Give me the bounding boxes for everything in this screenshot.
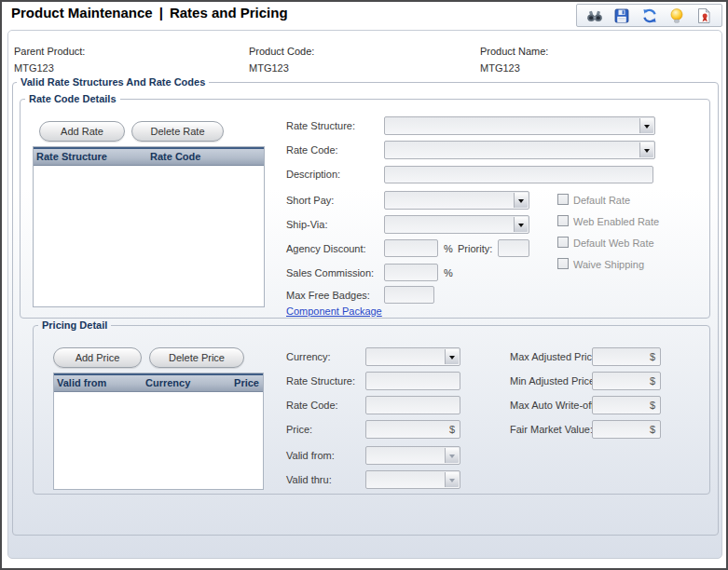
rate-structure-select[interactable]: [384, 116, 655, 135]
page-title-screen: Rates and Pricing: [170, 5, 288, 20]
currency-label: Currency:: [286, 351, 331, 362]
web-enabled-rate-checkbox-label: Web Enabled Rate: [573, 216, 659, 227]
parent-product-value: MTG123: [14, 62, 54, 74]
default-rate-checkbox-label: Default Rate: [573, 195, 630, 206]
max-adjusted-price-label: Max Adjusted Price:: [510, 351, 600, 362]
fair-market-value-input[interactable]: $: [592, 420, 661, 439]
pricing-rate-code-input[interactable]: [365, 396, 460, 414]
rate-code-label: Rate Code:: [286, 144, 338, 156]
price-input[interactable]: $: [365, 420, 460, 439]
pdf-export-icon[interactable]: [695, 7, 712, 24]
sales-commission-input[interactable]: [384, 264, 438, 281]
priority-input[interactable]: [498, 239, 529, 257]
rate-structure-label: Rate Structure:: [286, 120, 355, 131]
rate-codes-table-header: Rate Structure Rate Code: [34, 147, 264, 166]
delete-price-button[interactable]: Delete Price: [149, 347, 244, 368]
prices-table-body[interactable]: [54, 392, 263, 487]
min-adjusted-price-input[interactable]: $: [592, 372, 661, 390]
valid-thru-label: Valid thru:: [286, 474, 332, 485]
ship-via-select[interactable]: [384, 215, 529, 234]
default-web-rate-checkbox[interactable]: [557, 237, 569, 248]
product-code-value: MTG123: [249, 62, 289, 74]
agency-discount-percent-suffix: %: [444, 243, 453, 254]
default-rate-checkbox[interactable]: [557, 194, 569, 205]
binoculars-icon[interactable]: [586, 7, 603, 24]
max-auto-writeoff-dollar-suffix: $: [650, 400, 655, 411]
chevron-down-icon: [445, 472, 459, 487]
description-input[interactable]: [384, 166, 653, 183]
sales-commission-label: Sales Commission:: [286, 267, 374, 278]
max-auto-writeoff-input[interactable]: $: [592, 396, 661, 414]
valid-thru-select[interactable]: [365, 470, 460, 489]
max-free-badges-input[interactable]: [384, 286, 434, 304]
price-column-header: Price: [234, 377, 259, 388]
sales-commission-percent-suffix: %: [444, 267, 453, 278]
toolbar: [576, 4, 722, 27]
waive-shipping-checkbox-label: Waive Shipping: [573, 259, 644, 270]
valid-from-label: Valid from:: [286, 450, 335, 461]
chevron-down-icon: [445, 349, 459, 364]
currency-select[interactable]: [365, 347, 460, 366]
chevron-down-icon: [639, 142, 653, 157]
max-auto-writeoff-label: Max Auto Write-off:: [510, 400, 597, 411]
page-title-separator: |: [159, 5, 163, 20]
short-pay-select[interactable]: [384, 191, 529, 210]
page-title: Product Maintenance|Rates and Pricing: [11, 5, 288, 20]
save-icon[interactable]: [613, 7, 630, 24]
rate-code-details-legend: Rate Code Details: [25, 93, 120, 105]
chevron-down-icon: [514, 193, 528, 208]
fair-market-value-label: Fair Market Value:: [510, 424, 593, 435]
component-package-link[interactable]: Component Package: [286, 305, 382, 317]
product-maintenance-window: Product Maintenance|Rates and Pricing: [0, 0, 728, 570]
short-pay-label: Short Pay:: [286, 195, 334, 206]
web-enabled-rate-checkbox[interactable]: [557, 215, 569, 226]
priority-label: Priority:: [458, 243, 492, 254]
add-rate-button[interactable]: Add Rate: [39, 121, 125, 142]
price-dollar-suffix: $: [449, 424, 455, 435]
valid-from-select[interactable]: [365, 446, 460, 465]
fair-market-value-dollar-suffix: $: [650, 424, 655, 435]
valid-from-column-header: Valid from: [57, 377, 106, 388]
page-title-module: Product Maintenance: [11, 5, 153, 20]
pricing-rate-structure-label: Rate Structure:: [286, 375, 355, 387]
rate-code-column-header: Rate Code: [150, 151, 200, 162]
chevron-down-icon: [514, 217, 528, 232]
delete-rate-button[interactable]: Delete Rate: [131, 121, 224, 142]
max-adjusted-price-input[interactable]: $: [592, 347, 661, 366]
rate-codes-table: Rate Structure Rate Code: [33, 146, 265, 307]
lightbulb-icon[interactable]: [668, 7, 685, 24]
ship-via-label: Ship-Via:: [286, 219, 327, 230]
rate-code-select[interactable]: [384, 141, 655, 159]
prices-table-header: Valid from Currency Price: [54, 373, 263, 392]
min-adjusted-price-label: Min Adjusted Price: [510, 375, 595, 387]
chevron-down-icon: [639, 118, 653, 133]
rate-structure-column-header: Rate Structure: [36, 151, 107, 162]
min-adjusted-price-dollar-suffix: $: [650, 375, 655, 387]
prices-table: Valid from Currency Price: [53, 373, 264, 490]
add-price-button[interactable]: Add Price: [53, 347, 142, 368]
max-free-badges-label: Max Free Badges:: [286, 290, 370, 301]
currency-column-header: Currency: [145, 377, 190, 388]
waive-shipping-checkbox[interactable]: [557, 258, 569, 269]
product-code-label: Product Code:: [249, 46, 314, 57]
pricing-rate-structure-input[interactable]: [365, 372, 460, 390]
agency-discount-input[interactable]: [384, 239, 438, 257]
rate-codes-table-body[interactable]: [34, 166, 264, 305]
valid-rate-structures-legend: Valid Rate Structures And Rate Codes: [17, 76, 209, 88]
refresh-icon[interactable]: [641, 7, 658, 24]
parent-product-label: Parent Product:: [14, 46, 85, 57]
product-name-label: Product Name:: [480, 46, 548, 57]
pricing-detail-legend: Pricing Detail: [38, 319, 111, 332]
price-label: Price:: [286, 424, 312, 435]
pricing-rate-code-label: Rate Code:: [286, 400, 338, 411]
description-label: Description:: [286, 169, 340, 180]
max-adjusted-price-dollar-suffix: $: [650, 351, 655, 362]
agency-discount-label: Agency Discount:: [286, 243, 366, 254]
chevron-down-icon: [445, 448, 459, 463]
default-web-rate-checkbox-label: Default Web Rate: [573, 238, 654, 249]
product-name-value: MTG123: [480, 62, 520, 74]
